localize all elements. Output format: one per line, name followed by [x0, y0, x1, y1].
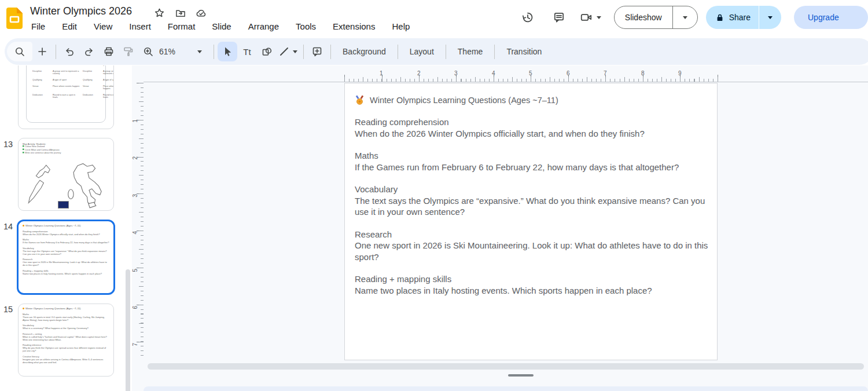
paint-format-button[interactable] [119, 42, 138, 61]
table-cell: Working hard toward a goal [103, 65, 114, 66]
text-box-icon: Tt [243, 47, 251, 57]
menu-file[interactable]: File [30, 21, 46, 32]
slide-title[interactable]: Winter Olympics Learning Questions (Ages… [355, 95, 558, 105]
search-icon [14, 46, 25, 57]
slide-section: Reading comprehensionWhen do the 2026 Wi… [355, 116, 711, 139]
slide-section: Reading + mapping skillsName two places … [355, 273, 711, 296]
undo-button[interactable] [60, 42, 79, 61]
mini-slide-title: Winter Olympics Learning Questions (Ages… [25, 307, 80, 310]
select-tool-button[interactable] [218, 42, 237, 61]
slide-12-thumbnail[interactable]: Word Meaning Word Meaning Contingent Wor… [18, 65, 114, 129]
zoom-in-icon [142, 46, 154, 57]
document-title[interactable]: Winter Olympics 2026 [30, 5, 132, 17]
zoom-level-value[interactable]: 61% [159, 47, 175, 56]
theme-button[interactable]: Theme [450, 47, 491, 56]
vertical-ruler[interactable]: 1 2 3 4 5 6 7 [132, 65, 144, 391]
move-folder-icon[interactable] [175, 8, 186, 19]
ruler-number: 6 [567, 70, 570, 76]
vertical-ruler-ticks [137, 83, 144, 360]
ruler-number: 1 [380, 70, 383, 76]
slide-section: MathsIf the Games run from February 6 to… [355, 150, 711, 173]
slide-filmstrip: Word Meaning Word Meaning Contingent Wor… [0, 65, 132, 391]
filmstrip-scrollbar[interactable] [126, 269, 130, 391]
menu-edit[interactable]: Edit [61, 21, 78, 32]
checkbox-icon [23, 145, 24, 147]
line-dropdown-caret[interactable] [293, 50, 297, 53]
star-icon[interactable] [154, 8, 165, 19]
table-cell: Round to earn a spot in finals [53, 94, 80, 99]
menu-extensions[interactable]: Extensions [332, 21, 376, 32]
menu-slide[interactable]: Slide [211, 21, 232, 32]
new-slide-button[interactable] [32, 42, 52, 61]
line-tool-button[interactable] [277, 42, 292, 61]
speaker-notes-resize-handle[interactable] [508, 374, 534, 377]
comments-icon[interactable] [547, 6, 571, 29]
upgrade-button[interactable]: Upgrade [794, 6, 868, 29]
menu-arrange[interactable]: Arrange [247, 21, 280, 32]
ruler-number: 3 [132, 191, 138, 198]
share-button[interactable]: Share [706, 6, 759, 29]
menu-view[interactable]: View [93, 21, 113, 32]
ruler-number: 5 [132, 265, 138, 272]
google-slides-logo[interactable] [6, 8, 23, 29]
new-zealand-map [23, 164, 58, 208]
ruler-number: 7 [132, 339, 138, 346]
shapes-icon [261, 46, 273, 57]
background-button[interactable]: Background [334, 47, 394, 56]
ruler-number: 4 [492, 70, 495, 76]
slideshow-caret [683, 16, 687, 19]
slideshow-dropdown[interactable] [672, 6, 697, 28]
ruler-number: 1 [132, 116, 138, 123]
slide-canvas[interactable]: 1 2 3 4 5 6 7 8 9 Winter Olympics Le [144, 65, 868, 391]
slide-title-text: Winter Olympics Learning Questions (Ages… [370, 96, 558, 105]
slide-text-box[interactable]: Reading comprehensionWhen do the 2026 Wi… [355, 116, 711, 307]
slide-13-number: 13 [3, 140, 16, 149]
slide-14-thumbnail-selected[interactable]: Winter Olympics Learning Questions (Ages… [17, 220, 115, 295]
insert-comment-button[interactable] [307, 42, 327, 61]
divider [214, 45, 214, 59]
horizontal-ruler[interactable]: 1 2 3 4 5 6 7 8 9 [144, 68, 868, 82]
menu-help[interactable]: Help [391, 21, 411, 32]
table-cell: A group sent to represent a country [53, 70, 80, 75]
slide-13-thumbnail[interactable]: Map Activity: Students: Colour New Zeala… [18, 138, 114, 211]
meet-camera-button[interactable] [580, 11, 601, 24]
zoom-dropdown-caret[interactable] [197, 50, 202, 53]
top-bar: Winter Olympics 2026 File Edit View Inse… [0, 0, 868, 38]
vocab-table: Word Meaning Word Meaning Contingent Wor… [32, 65, 112, 98]
speaker-notes-panel-edge[interactable] [144, 386, 868, 391]
print-icon [103, 46, 115, 57]
horizontal-scrollbar[interactable] [148, 363, 864, 370]
shape-tool-button[interactable] [257, 42, 277, 61]
layout-button[interactable]: Layout [402, 47, 442, 56]
zoom-in-button[interactable] [138, 42, 158, 61]
transition-button[interactable]: Transition [498, 47, 550, 56]
italy-map [62, 162, 108, 209]
medal-icon [23, 308, 24, 309]
slideshow-button[interactable]: Slideshow [615, 6, 672, 28]
text-box-tool-button[interactable]: Tt [237, 42, 257, 61]
redo-button[interactable] [79, 42, 99, 61]
share-split-button: Share [706, 6, 781, 29]
slide-page[interactable]: Winter Olympics Learning Questions (Ages… [344, 83, 718, 360]
version-history-icon[interactable] [516, 6, 539, 29]
table-cell: Working hard toward a goal [53, 65, 80, 66]
menu-tools[interactable]: Tools [295, 21, 317, 32]
ruler-number: 4 [132, 228, 138, 235]
menu-format[interactable]: Format [167, 21, 197, 32]
share-dropdown[interactable] [759, 6, 781, 29]
table-cell: Discipline [83, 70, 101, 75]
share-caret [768, 16, 773, 19]
top-bar-actions: Slideshow Share Upgrade [516, 6, 868, 29]
ruler-number: 2 [132, 153, 138, 160]
menu-insert[interactable]: Insert [128, 21, 152, 32]
search-menus-button[interactable] [7, 42, 32, 61]
slide-15-thumbnail[interactable]: Winter Olympics Learning Questions (Ages… [18, 304, 114, 377]
ruler-number: 6 [132, 302, 138, 309]
slideshow-split-button: Slideshow [614, 6, 698, 29]
divider [494, 45, 495, 59]
print-button[interactable] [99, 42, 119, 61]
cloud-saved-icon[interactable] [195, 8, 207, 19]
table-cell: Place where events happen [53, 85, 80, 90]
medal-icon [23, 225, 24, 226]
menu-bar: File Edit View Insert Format Slide Arran… [30, 21, 411, 32]
